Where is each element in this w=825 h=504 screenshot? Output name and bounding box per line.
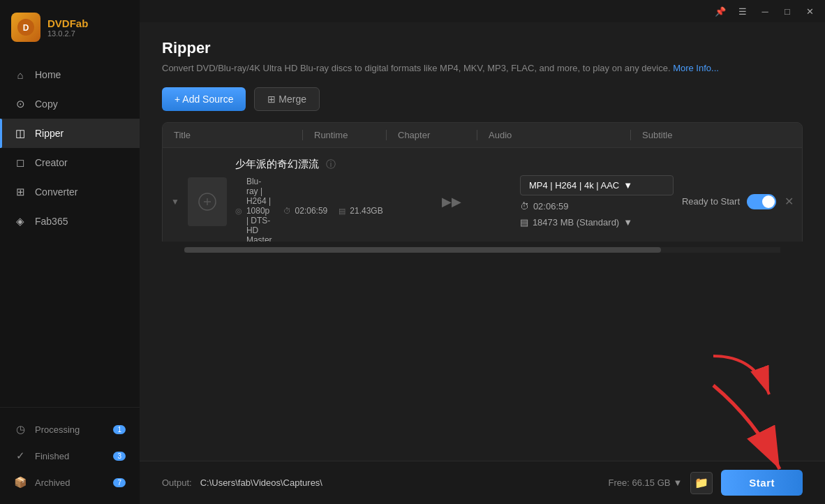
sidebar-item-converter-label: Converter — [35, 186, 77, 198]
sidebar-item-creator-label: Creator — [35, 157, 68, 168]
menu-button[interactable]: ☰ — [733, 4, 752, 18]
more-info-link[interactable]: More Info... — [673, 63, 719, 73]
movie-meta: ◎ Blu-ray | H264 | 1080p | DTS-HD Master… — [235, 177, 383, 242]
ready-text: Ready to Start — [682, 196, 740, 207]
sidebar-item-processing-label: Processing — [35, 424, 80, 435]
free-space-info: Free: 66.15 GB ▼ — [609, 477, 683, 488]
movie-thumbnail — [188, 177, 227, 226]
main-content: 📌 ☰ ─ □ ✕ Ripper Convert DVD/Blu-ray/4K … — [140, 0, 825, 504]
scrollbar[interactable] — [184, 247, 780, 253]
processing-icon: ◷ — [14, 423, 27, 436]
svg-text:D: D — [23, 23, 29, 33]
th-subtitle: Subtitle — [630, 130, 770, 140]
th-title: Title — [163, 130, 302, 140]
sidebar-item-fab365[interactable]: ◈ Fab365 — [0, 207, 140, 236]
storage-icon: ▤ — [339, 207, 345, 216]
movie-title-row: 少年派的奇幻漂流 ⓘ — [235, 158, 383, 171]
sidebar-item-ripper[interactable]: ◫ Ripper — [0, 119, 140, 148]
maximize-button[interactable]: □ — [778, 4, 797, 18]
remove-movie-button[interactable]: ✕ — [785, 195, 794, 208]
th-audio: Audio — [477, 130, 630, 140]
titlebar: 📌 ☰ ─ □ ✕ — [140, 0, 825, 22]
sidebar-item-copy-label: Copy — [35, 98, 58, 110]
sidebar-item-converter[interactable]: ⊞ Converter — [0, 177, 140, 207]
app-logo: D DVDFab 13.0.2.7 — [0, 0, 140, 54]
ready-section: Ready to Start — [682, 194, 776, 209]
sidebar-item-archived-label: Archived — [35, 477, 70, 488]
bottom-bar: Output: C:\Users\fab\Videos\Captures\ Fr… — [140, 461, 825, 504]
output-info: MP4 | H264 | 4k | AAC ▼ ⏱ 02:06:59 ▤ 184… — [520, 175, 674, 228]
creator-icon: ◻ — [14, 156, 27, 169]
converter-icon: ⊞ — [14, 186, 27, 198]
page-content: Ripper Convert DVD/Blu-ray/4K Ultra HD B… — [140, 22, 825, 242]
movie-row: ▼ 少年派的奇幻漂流 ⓘ — [163, 148, 802, 242]
output-format-selector[interactable]: MP4 | H264 | 4k | AAC ▼ — [520, 175, 674, 195]
size-dropdown-icon: ▼ — [623, 217, 632, 228]
toolbar: + Add Source ⊞ Merge — [162, 87, 803, 111]
finished-icon: ✓ — [14, 450, 27, 462]
output-time: ⏱ 02:06:59 — [520, 201, 674, 212]
output-size-selector[interactable]: ▤ 18473 MB (Standard) ▼ — [520, 217, 674, 228]
output-path: C:\Users\fab\Videos\Captures\ — [200, 477, 609, 488]
home-icon: ⌂ — [14, 68, 27, 81]
table-header: Title Runtime Chapter Audio Subtitle — [163, 123, 802, 148]
source-info: ◎ Blu-ray | H264 | 1080p | DTS-HD Master — [235, 177, 272, 242]
runtime-info: ⏱ 02:06:59 — [283, 177, 328, 242]
sidebar-item-finished[interactable]: ✓ Finished 3 — [0, 443, 140, 469]
play-button[interactable]: ▶▶ — [442, 194, 461, 209]
minimize-button[interactable]: ─ — [755, 4, 775, 18]
sidebar-item-home[interactable]: ⌂ Home — [0, 60, 140, 89]
page-description: Convert DVD/Blu-ray/4K Ultra HD Blu-ray … — [162, 63, 803, 73]
sidebar-item-home-label: Home — [35, 69, 61, 80]
free-space-dropdown-icon[interactable]: ▼ — [673, 477, 682, 488]
pin-button[interactable]: 📌 — [711, 4, 730, 18]
close-button[interactable]: ✕ — [800, 4, 819, 18]
sidebar-item-finished-label: Finished — [35, 451, 69, 461]
size-icon: ▤ — [520, 217, 528, 228]
sidebar-bottom: ◷ Processing 1 ✓ Finished 3 📦 Archived 7 — [0, 407, 140, 504]
copy-icon: ⊙ — [14, 98, 27, 110]
sidebar-item-creator[interactable]: ◻ Creator — [0, 148, 140, 177]
folder-icon: 📁 — [694, 476, 708, 489]
scrollbar-thumb[interactable] — [184, 247, 661, 253]
sidebar-item-ripper-label: Ripper — [35, 128, 64, 139]
app-version: 13.0.2.7 — [47, 29, 88, 38]
sidebar-item-processing[interactable]: ◷ Processing 1 — [0, 416, 140, 443]
start-button[interactable]: Start — [721, 470, 803, 496]
finished-badge: 3 — [113, 452, 126, 461]
browse-folder-button[interactable]: 📁 — [690, 472, 713, 494]
clock-icon: ⏱ — [283, 207, 291, 215]
fab365-icon: ◈ — [14, 215, 27, 228]
page-title: Ripper — [162, 39, 803, 57]
archived-icon: 📦 — [14, 476, 27, 489]
sidebar-nav: ⌂ Home ⊙ Copy ◫ Ripper ◻ Creator ⊞ Conve… — [0, 54, 140, 407]
sidebar-item-fab365-label: Fab365 — [35, 216, 68, 227]
collapse-button[interactable]: ▼ — [171, 197, 179, 207]
processing-badge: 1 — [113, 425, 126, 434]
scrollbar-area — [140, 242, 825, 258]
info-icon[interactable]: ⓘ — [326, 158, 336, 171]
app-name: DVDFab — [47, 17, 88, 29]
spacer — [140, 258, 825, 461]
content-table: Title Runtime Chapter Audio Subtitle ▼ — [162, 122, 803, 242]
merge-button[interactable]: ⊞ Merge — [254, 87, 320, 111]
sidebar-item-copy[interactable]: ⊙ Copy — [0, 89, 140, 119]
th-chapter: Chapter — [386, 130, 477, 140]
disc-icon: ◎ — [235, 207, 242, 216]
ripper-icon: ◫ — [14, 127, 27, 140]
movie-info: 少年派的奇幻漂流 ⓘ ◎ Blu-ray | H264 | 1080p | DT… — [235, 158, 383, 242]
ready-toggle[interactable] — [747, 194, 776, 209]
time-icon: ⏱ — [520, 201, 529, 212]
logo-icon: D — [11, 13, 40, 42]
archived-badge: 7 — [113, 478, 126, 487]
add-source-button[interactable]: + Add Source — [162, 87, 246, 111]
sidebar: D DVDFab 13.0.2.7 ⌂ Home ⊙ Copy ◫ Ripper… — [0, 0, 140, 504]
play-area: ▶▶ — [392, 194, 512, 209]
sidebar-item-archived[interactable]: 📦 Archived 7 — [0, 469, 140, 496]
movie-header: ▼ 少年派的奇幻漂流 ⓘ — [171, 158, 794, 242]
dropdown-arrow-icon: ▼ — [623, 180, 632, 191]
movie-title: 少年派的奇幻漂流 — [235, 158, 319, 171]
output-label: Output: — [162, 477, 192, 488]
filesize-info: ▤ 21.43GB — [339, 177, 382, 242]
th-runtime: Runtime — [302, 130, 386, 140]
